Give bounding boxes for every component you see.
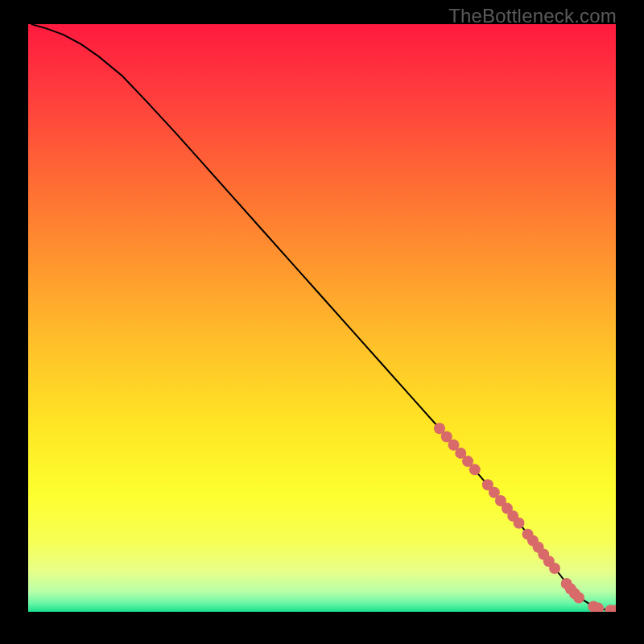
chart-stage: TheBottleneck.com [0,0,644,644]
plot-area [28,24,616,612]
highlight-point [469,464,481,475]
gradient-background [28,24,616,612]
highlight-point [549,563,560,574]
chart-svg [28,24,616,612]
highlight-point [573,592,584,603]
highlight-point [514,518,525,529]
